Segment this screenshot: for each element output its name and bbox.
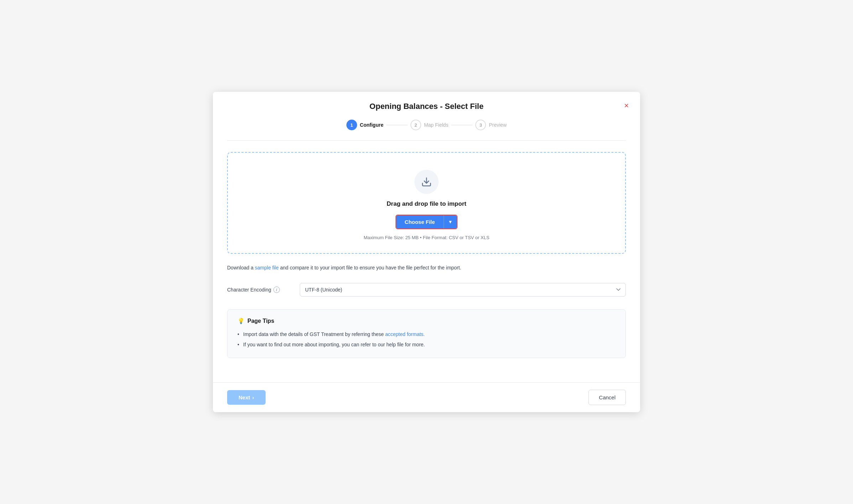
tip-1-link[interactable]: accepted formats. — [385, 331, 425, 337]
step-connector-1 — [386, 125, 408, 125]
next-button[interactable]: Next › — [227, 390, 266, 405]
drop-zone[interactable]: Drag and drop file to import Choose File… — [227, 152, 626, 254]
modal-footer: Next › Cancel — [213, 382, 640, 412]
page-tips-box: 💡 Page Tips Import data with the details… — [227, 309, 626, 358]
close-button[interactable]: × — [623, 100, 630, 111]
sample-text-after: and compare it to your import file to en… — [279, 265, 461, 271]
step-configure: 1 Configure — [346, 120, 383, 130]
file-info-text: Maximum File Size: 25 MB • File Format: … — [363, 235, 489, 240]
step-3-circle: 3 — [475, 120, 486, 130]
choose-file-dropdown-button[interactable]: ▼ — [444, 215, 457, 229]
page-tips-title: 💡 Page Tips — [237, 317, 616, 324]
page-tip-2: If you want to find out more about impor… — [237, 340, 616, 350]
step-2-label: Map Fields — [424, 122, 448, 128]
step-map-fields: 2 Map Fields — [410, 120, 448, 130]
encoding-label: Character Encoding i — [227, 287, 291, 293]
encoding-help-icon[interactable]: i — [273, 287, 280, 293]
step-1-circle: 1 — [346, 120, 357, 130]
sample-file-paragraph: Download a sample file and compare it to… — [227, 264, 626, 272]
page-tip-1: Import data with the details of GST Trea… — [237, 329, 616, 340]
modal-body: Drag and drop file to import Choose File… — [213, 141, 640, 382]
page-tips-title-text: Page Tips — [247, 318, 274, 324]
page-tips-list: Import data with the details of GST Trea… — [237, 329, 616, 350]
modal-container: Opening Balances - Select File × 1 Confi… — [213, 92, 640, 412]
page-tips-icon: 💡 — [237, 317, 245, 324]
drag-drop-text: Drag and drop file to import — [387, 200, 466, 208]
modal-title: Opening Balances - Select File — [227, 102, 626, 111]
step-1-label: Configure — [360, 122, 383, 128]
tip-1-before: Import data with the details of GST Trea… — [243, 331, 385, 337]
tip-2-text: If you want to find out more about impor… — [243, 342, 425, 347]
cancel-button[interactable]: Cancel — [588, 390, 626, 405]
encoding-select[interactable]: UTF-8 (Unicode) ISO-8859-1 (Latin-1) UTF… — [300, 283, 626, 296]
step-connector-2 — [451, 125, 472, 125]
step-3-label: Preview — [489, 122, 507, 128]
upload-icon — [414, 170, 439, 194]
steps-bar: 1 Configure 2 Map Fields 3 Preview — [227, 120, 626, 141]
choose-file-button[interactable]: Choose File — [396, 215, 444, 229]
step-preview: 3 Preview — [475, 120, 507, 130]
step-2-circle: 2 — [410, 120, 421, 130]
sample-text-before: Download a — [227, 265, 255, 271]
choose-file-group: Choose File ▼ — [396, 215, 458, 229]
encoding-row: Character Encoding i UTF-8 (Unicode) ISO… — [227, 283, 626, 296]
modal-header: Opening Balances - Select File × 1 Confi… — [213, 92, 640, 141]
sample-file-link[interactable]: sample file — [255, 265, 279, 271]
